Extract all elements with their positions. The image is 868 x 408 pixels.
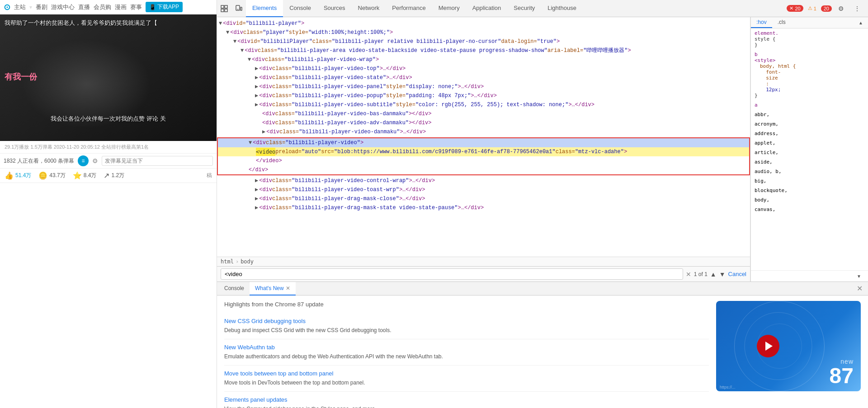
video-title-overlay: 我帮助了一个村的贫困老人，看见爷爷奶奶笑我就满足了【 (5, 19, 212, 27)
danmaku-toggle-button[interactable]: ≡ (78, 155, 89, 166)
video-element-highlight: ▼ <div class= "bilibili-player-video" > … (217, 137, 750, 175)
search-prev-button[interactable]: ▲ (710, 271, 717, 278)
dom-line: ▶ <div class= "bilibili-player-video-dan… (217, 127, 750, 136)
whats-new-item-title-2[interactable]: New WebAuthn tab (224, 344, 709, 351)
danmaku-title-overlay: 有我一份 (5, 71, 37, 82)
devtools-main: ▼ <div id= "bilibili-player" > ▼ <div cl… (217, 17, 868, 281)
whats-new-item-desc-1: Debug and inspect CSS Grid with the new … (224, 326, 709, 334)
bottom-panel: Console What's New ✕ ✕ Highlights from t… (217, 281, 868, 408)
nav-home[interactable]: 主站 (14, 3, 26, 11)
devtools-panel: Elements Console Sources Network Perform… (217, 0, 868, 408)
share-button[interactable]: ↗ 1.2万 (104, 171, 124, 180)
whatsnew-close-tab[interactable]: ✕ (286, 285, 290, 291)
more-button[interactable]: ⋮ (850, 0, 864, 17)
whats-new-item-title-3[interactable]: Move tools between top and bottom panel (224, 370, 709, 377)
like-button[interactable]: 👍 51.4万 (5, 171, 31, 180)
tab-elements[interactable]: Elements (246, 0, 283, 17)
whats-new-right: new 87 https://... (716, 301, 861, 403)
dom-search-input[interactable] (221, 268, 683, 280)
bottom-panel-close-button[interactable]: ✕ (853, 284, 866, 293)
tab-performance[interactable]: Performance (386, 0, 432, 17)
whats-new-item-title-4[interactable]: Elements panel updates (224, 396, 709, 403)
play-triangle-icon (765, 342, 773, 351)
tab-lighthouse[interactable]: Lighthouse (541, 0, 583, 17)
bottom-tab-console[interactable]: Console (219, 282, 250, 295)
dom-line: ▶ <div class= "bilibili-player-video-top… (217, 64, 750, 73)
coin-icon: 🪙 (38, 171, 47, 180)
dom-line: ▶ <div class= "bilibili-player-video-toa… (217, 185, 750, 194)
dom-line: <div class= "bilibili-player-video-bas-d… (217, 109, 750, 118)
interaction-bar: 👍 51.4万 🪙 43.7万 ⭐ 8.4万 ↗ 1.2万 稿 (0, 169, 217, 183)
error-icon: ✕ (789, 5, 793, 11)
warn-icon: ⚠ (808, 5, 812, 11)
share-icon: ↗ (104, 171, 109, 180)
dom-line: ▼ <div id= "bilibili-player" > (217, 19, 750, 28)
css-selector-list: a abbr, acronym, address, applet, (755, 102, 864, 212)
tab-memory[interactable]: Memory (432, 0, 466, 17)
whats-new-item-4: Elements panel updates View the Computed… (224, 392, 709, 408)
svg-rect-3 (225, 9, 227, 12)
search-count: 1 of 1 (694, 271, 708, 277)
inspect-element-button[interactable] (217, 0, 231, 17)
bottom-tab-whatsnew[interactable]: What's New ✕ (250, 282, 296, 295)
view-count: 1832 人正在看，6000 条弹幕 (4, 157, 74, 165)
whats-new-left: Highlights from the Chrome 87 update New… (224, 301, 709, 403)
breadcrumb-html[interactable]: html (221, 258, 234, 265)
play-button-overlay[interactable] (757, 335, 779, 357)
whats-new-item-desc-3: Move tools in DevTools between the top a… (224, 379, 709, 387)
tab-network[interactable]: Network (352, 0, 386, 17)
dom-line-video-close: </video> (218, 156, 749, 165)
styles-scroll-up[interactable]: ▲ (854, 17, 868, 28)
bottom-tabs: Console What's New ✕ ✕ (217, 282, 868, 295)
breadcrumb-body[interactable]: body (241, 258, 254, 265)
nav-game[interactable]: 游戏中心 (51, 3, 75, 11)
info-badge: 20 (821, 5, 832, 12)
nav-anime[interactable]: 番剧 (36, 3, 47, 11)
nav-live[interactable]: 直播 (78, 3, 90, 11)
coin-button[interactable]: 🪙 43.7万 (38, 171, 65, 180)
tab-security[interactable]: Security (507, 0, 541, 17)
device-toolbar-button[interactable] (231, 0, 246, 17)
dom-line: ▶ <div class= "bilibili-player-drag-mask… (217, 194, 750, 203)
whats-new-item-3: Move tools between top and bottom panel … (224, 366, 709, 392)
whats-new-item-title-1[interactable]: New CSS Grid debugging tools (224, 318, 709, 324)
nav-manga[interactable]: 漫画 (115, 3, 127, 11)
dom-line: ▶ <div class= "bilibili-player-video-sta… (217, 73, 750, 82)
styles-scroll-down[interactable]: ▼ (852, 272, 866, 281)
download-app-button[interactable]: 📱 下载APP (146, 2, 183, 12)
dom-content[interactable]: ▼ <div id= "bilibili-player" > ▼ <div cl… (217, 17, 750, 257)
dom-search-bar: ✕ 1 of 1 ▲ ▼ Cancel (217, 266, 750, 281)
nav-esport[interactable]: 赛事 (130, 3, 142, 11)
video-keyword: <video (256, 148, 275, 156)
tab-application[interactable]: Application (466, 0, 508, 17)
tab-sources[interactable]: Sources (317, 0, 352, 17)
styles-tab-cls[interactable]: .cls (772, 17, 791, 28)
whats-new-item-1: New CSS Grid debugging tools Debug and i… (224, 313, 709, 339)
nav-mall[interactable]: 会员购 (94, 3, 111, 11)
dom-line: ▶ <div class= "bilibili-player-drag-mask… (217, 203, 750, 212)
whats-new-heading: Highlights from the Chrome 87 update (224, 301, 709, 308)
css-rule-b: b <style> body, html { font- size (755, 52, 864, 98)
favorite-button[interactable]: ⭐ 8.4万 (73, 171, 97, 180)
bilibili-header: ⊙ 主站 ▾ 番剧 游戏中心 直播 会员购 漫画 赛事 📱 下载APP (0, 0, 217, 14)
dom-line-video-tag: <video preload= "auto" src= "blob:https:… (218, 147, 749, 156)
svg-rect-2 (221, 9, 224, 12)
bilibili-panel: ⊙ 主站 ▾ 番剧 游戏中心 直播 会员购 漫画 赛事 📱 下载APP 我帮助了… (0, 0, 217, 408)
tab-console[interactable]: Console (283, 0, 317, 17)
search-clear-button[interactable]: ✕ (686, 271, 691, 278)
css-rule-element: element. style { } (755, 30, 864, 48)
dom-line: <div class= "bilibili-player-video-adv-d… (217, 118, 750, 127)
styles-tab-hov[interactable]: :hov (751, 17, 772, 28)
settings-button[interactable]: ⚙ (834, 0, 848, 17)
svg-rect-5 (241, 7, 242, 10)
chrome-87-card[interactable]: new 87 https://... (716, 301, 861, 391)
danmaku-input[interactable] (102, 156, 213, 166)
dom-line: ▼ <div id= "bilibiliPlayer" class= "bili… (217, 37, 750, 46)
search-cancel-button[interactable]: Cancel (728, 271, 746, 277)
search-next-button[interactable]: ▼ (719, 271, 726, 278)
app-container: ⊙ 主站 ▾ 番剧 游戏中心 直播 会员购 漫画 赛事 📱 下载APP 我帮助了… (0, 0, 868, 408)
svg-rect-4 (236, 5, 240, 10)
styles-panel: :hov .cls ▲ element. style { } b <style> (750, 17, 868, 281)
warn-badge: ⚠ 1 (805, 5, 819, 12)
phone-icon: 📱 (149, 4, 156, 10)
